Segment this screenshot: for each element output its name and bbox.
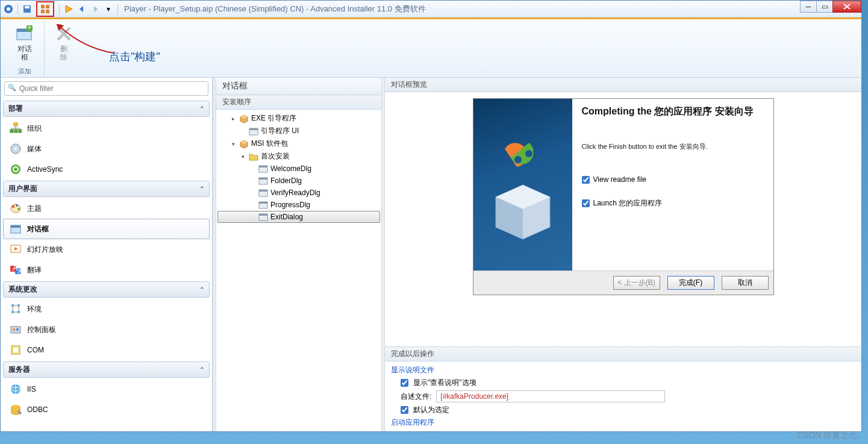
dialog-body-text: Click the Finish button to exit the 安装向导… — [582, 142, 764, 151]
readme-file-field[interactable]: [#kafkaProducer.exe] — [436, 390, 665, 402]
svg-rect-54 — [259, 166, 267, 167]
iis-icon — [9, 383, 22, 396]
svg-rect-6 — [41, 10, 45, 13]
launch-app-section[interactable]: 启动应用程序 — [391, 417, 855, 428]
show-readme-option-label: 显示"查看说明"选项 — [413, 378, 476, 388]
nav-item-env[interactable]: 环境 — [3, 299, 210, 319]
tree-expander-icon[interactable]: ▾ — [239, 154, 246, 160]
maximize-button[interactable]: ▭ — [816, 1, 833, 13]
svg-point-63 — [514, 156, 522, 163]
svg-rect-38 — [17, 311, 20, 313]
delete-icon — [54, 24, 73, 43]
nav-item-translate[interactable]: A果翻译 — [3, 260, 210, 280]
tree-expander-icon[interactable]: ▸ — [229, 116, 237, 122]
finish-button[interactable]: 完成(F) — [667, 276, 714, 290]
nav-item-dialog[interactable]: 对话框 — [3, 219, 210, 239]
category-header[interactable]: 部署⌃ — [3, 101, 210, 117]
tree-item[interactable]: FolderDlg — [217, 175, 380, 187]
category-header[interactable]: 服务器⌃ — [3, 361, 210, 378]
svg-rect-37 — [11, 311, 14, 313]
svg-rect-17 — [10, 130, 13, 133]
show-readme-option-checkbox[interactable] — [401, 379, 408, 387]
category-header[interactable]: 用户界面⌃ — [3, 181, 210, 197]
tree-item[interactable]: ▾首次安装 — [217, 150, 380, 163]
nav-item-iis[interactable]: IIS — [3, 379, 210, 399]
svg-point-26 — [17, 208, 20, 210]
nav-item-com[interactable]: COM — [3, 340, 210, 360]
media-icon — [9, 142, 22, 155]
tree-item[interactable]: ▸EXE 引导程序 — [217, 112, 380, 125]
svg-point-24 — [12, 205, 14, 208]
minimize-button[interactable]: ─ — [800, 1, 817, 13]
preview-title: 对话框预览 — [385, 78, 861, 92]
nav-item-cpl[interactable]: 控制面板 — [3, 319, 210, 340]
back-icon[interactable] — [76, 4, 87, 14]
tree-expander-icon[interactable]: ▾ — [229, 141, 237, 147]
tree-item[interactable]: ExitDialog — [217, 211, 380, 223]
title-bar: ▾ Player - Player_Setup.aip (Chinese (Si… — [1, 1, 861, 17]
folder-icon — [249, 152, 258, 161]
back-button[interactable]: < 上一步(B) — [613, 276, 660, 290]
tree-item[interactable]: WelcomeDlg — [217, 163, 380, 175]
tree-item[interactable]: 引导程序 UI — [217, 125, 380, 137]
tree-subtitle: 安装顺序 — [216, 95, 381, 110]
quick-filter-input[interactable] — [4, 81, 208, 96]
sync-icon — [9, 163, 22, 176]
nav-item-slide[interactable]: 幻灯片放映 — [3, 239, 210, 260]
dlg-icon — [258, 212, 268, 222]
dropdown-icon[interactable]: ▾ — [103, 4, 114, 14]
show-readme-section[interactable]: 显示说明文件 — [391, 365, 855, 375]
svg-rect-4 — [41, 5, 45, 8]
dialog-button[interactable]: + 对话 框 — [10, 22, 39, 64]
dialog-add-icon: + — [15, 24, 34, 43]
forward-icon[interactable] — [90, 4, 101, 14]
svg-rect-19 — [19, 130, 22, 133]
install-sequence-tree: ▸EXE 引导程序引导程序 UI▾MSI 软件包▾首次安装WelcomeDlgF… — [216, 110, 381, 431]
svg-text:A: A — [13, 264, 17, 272]
dialog-heading: Completing the 您的应用程序 安装向导 — [582, 105, 764, 118]
nav-item-theme[interactable]: 主题 — [3, 198, 210, 219]
odbc-icon — [9, 403, 22, 416]
cpl-icon — [9, 323, 22, 336]
svg-point-41 — [16, 328, 19, 331]
svg-rect-58 — [259, 190, 267, 192]
nav-item-media[interactable]: 媒体 — [3, 139, 210, 159]
close-button[interactable] — [832, 1, 861, 13]
delete-button[interactable]: 删 除 — [49, 22, 78, 64]
svg-rect-43 — [13, 348, 18, 352]
cancel-button[interactable]: 取消 — [722, 276, 769, 290]
run-icon[interactable] — [63, 4, 74, 14]
ribbon: + 对话 框 添加 删 除 点击"构建" — [1, 17, 861, 78]
tree-item[interactable]: VerifyReadyDlg — [217, 187, 380, 199]
svg-text:+: + — [27, 25, 31, 32]
annotation-text: 点击"构建" — [109, 49, 160, 64]
box-icon — [239, 114, 249, 124]
theme-icon — [9, 202, 22, 215]
svg-rect-50 — [249, 128, 258, 130]
build-button-highlight — [36, 1, 54, 17]
view-readme-checkbox[interactable]: View readme file — [582, 175, 764, 184]
nav-item-org[interactable]: 组织 — [3, 118, 210, 139]
ribbon-group-add: 添加 — [18, 67, 31, 77]
preview-panel: 对话框预览 Completing the 您的应用程序 安装向导 Click t… — [385, 78, 861, 431]
svg-rect-39 — [11, 327, 20, 333]
svg-rect-62 — [259, 214, 267, 216]
org-icon — [9, 122, 22, 135]
svg-rect-18 — [14, 130, 17, 133]
svg-marker-9 — [80, 6, 83, 12]
dlg-icon — [258, 176, 268, 186]
nav-item-sync[interactable]: ActiveSync — [3, 159, 210, 180]
svg-rect-16 — [14, 123, 17, 126]
svg-rect-36 — [17, 304, 20, 307]
tree-item[interactable]: ▾MSI 软件包 — [217, 137, 380, 150]
tree-item[interactable]: ProgressDlg — [217, 199, 380, 211]
nav-item-odbc[interactable]: ODBC — [3, 399, 210, 420]
launch-app-checkbox[interactable]: Launch 您的应用程序 — [582, 198, 764, 208]
dlg-icon — [258, 164, 268, 174]
category-header[interactable]: 系统更改⌃ — [3, 281, 210, 298]
build-icon[interactable] — [40, 4, 51, 14]
default-selected-checkbox[interactable] — [401, 406, 408, 414]
save-icon[interactable] — [22, 4, 33, 14]
svg-marker-8 — [66, 5, 72, 13]
svg-text:果: 果 — [17, 266, 22, 275]
